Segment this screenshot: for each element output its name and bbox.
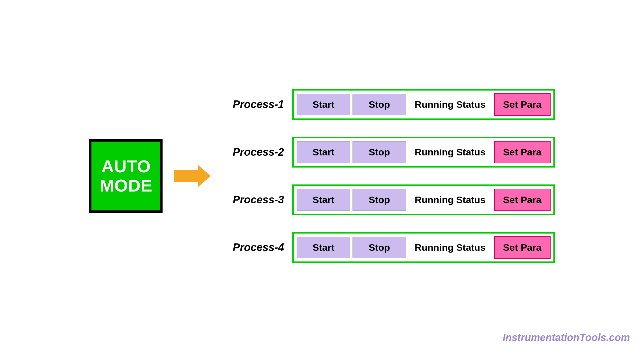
process-2-label: Process-2 <box>227 146 284 158</box>
process-2-running-status: Running Status <box>406 142 494 163</box>
process-4-start-button[interactable]: Start <box>297 237 350 258</box>
process-1-label: Process-1 <box>227 98 284 111</box>
process-3-label: Process-3 <box>227 194 284 206</box>
process-1-start-button[interactable]: Start <box>297 94 350 115</box>
watermark: InstrumentationTools.com <box>503 332 630 344</box>
arrow-right-icon <box>174 165 211 187</box>
process-3-running-status: Running Status <box>406 189 494 210</box>
process-3-panel: Start Stop Running Status Set Para <box>292 184 555 215</box>
process-row-4: Process-4 Start Stop Running Status Set … <box>227 232 555 263</box>
auto-mode-box: AUTO MODE <box>89 139 163 213</box>
process-3-set-para-button[interactable]: Set Para <box>494 189 551 211</box>
process-4-set-para-button[interactable]: Set Para <box>494 236 551 259</box>
page-container: AUTO MODE Process-1 Start Stop Running S… <box>0 0 644 352</box>
process-row-3: Process-3 Start Stop Running Status Set … <box>227 184 555 215</box>
process-1-set-para-button[interactable]: Set Para <box>494 93 551 116</box>
process-3-stop-button[interactable]: Stop <box>352 189 406 211</box>
process-row-1: Process-1 Start Stop Running Status Set … <box>227 89 555 120</box>
process-2-stop-button[interactable]: Stop <box>352 141 406 163</box>
process-2-panel: Start Stop Running Status Set Para <box>292 137 555 168</box>
arrow-container <box>174 165 211 187</box>
process-4-stop-button[interactable]: Stop <box>352 237 406 258</box>
processes-section: Process-1 Start Stop Running Status Set … <box>227 89 555 263</box>
process-1-stop-button[interactable]: Stop <box>352 94 406 115</box>
process-4-running-status: Running Status <box>406 237 494 258</box>
process-2-set-para-button[interactable]: Set Para <box>494 141 551 163</box>
process-4-panel: Start Stop Running Status Set Para <box>292 232 555 263</box>
process-row-2: Process-2 Start Stop Running Status Set … <box>227 137 555 168</box>
auto-mode-text: AUTO MODE <box>100 157 152 195</box>
left-section: AUTO MODE <box>89 139 211 213</box>
process-3-start-button[interactable]: Start <box>297 189 350 211</box>
process-1-running-status: Running Status <box>406 94 494 115</box>
process-1-panel: Start Stop Running Status Set Para <box>292 89 555 120</box>
process-2-start-button[interactable]: Start <box>297 141 350 163</box>
process-4-label: Process-4 <box>227 241 284 254</box>
